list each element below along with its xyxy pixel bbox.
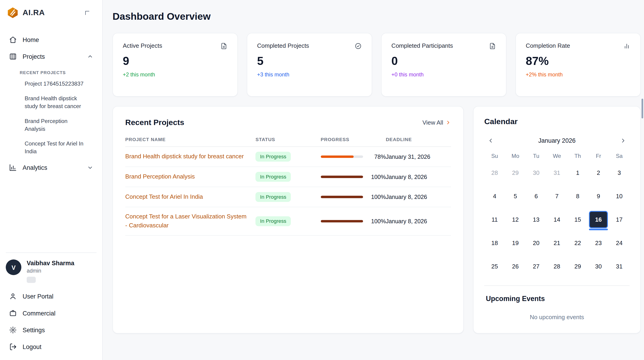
view-all-link[interactable]: View All [422,119,451,126]
sidebar-item-user-portal[interactable]: User Portal [5,288,98,304]
sidebar-item-analytics[interactable]: Analytics [5,159,98,176]
logo-row: AI.RA [0,0,102,23]
main-content: Dashboard Overview Active Projects 9 +2 … [103,0,644,360]
calendar-day[interactable]: 28 [484,161,505,184]
progress-bar [320,175,363,178]
calendar-day[interactable]: 21 [546,231,568,254]
user-icon [9,292,17,300]
calendar-day[interactable]: 10 [609,184,630,208]
calendar-day[interactable]: 23 [588,231,609,254]
calendar-day[interactable]: 18 [484,231,505,254]
column-header-project-name: PROJECT NAME [125,137,256,142]
calendar-day[interactable]: 29 [567,254,588,278]
brand-logo-icon [7,7,19,19]
sidebar: AI.RA Home Projects RECENT [0,0,103,360]
document-icon [489,43,496,50]
stat-label: Completion Rate [526,43,570,49]
project-name-link[interactable]: Brand Health dipstick study for breast c… [125,152,252,161]
sidebar-item-logout[interactable]: Logout [5,338,98,355]
sidebar-recent-project-item[interactable]: Project 1764515223837 [5,76,98,91]
calendar-day[interactable]: 6 [526,184,546,208]
calendar-day[interactable]: 26 [505,254,526,278]
calendar-day[interactable]: 16 [588,208,609,231]
calendar-day[interactable]: 30 [588,254,609,278]
calendar-day[interactable]: 1 [567,161,588,184]
gear-icon [9,326,17,334]
calendar-day[interactable]: 3 [609,161,630,184]
sidebar-item-projects[interactable]: Projects [5,48,98,65]
sidebar-collapse-icon[interactable] [84,10,90,15]
calendar-day[interactable]: 14 [546,208,568,231]
sidebar-recent-project-item[interactable]: Concept Test for Ariel In India [5,136,98,159]
stat-label: Completed Projects [257,43,309,49]
user-name: Vaibhav Sharma [26,260,74,266]
user-role: admin [26,268,74,274]
calendar-day[interactable]: 15 [567,208,588,231]
view-all-label: View All [422,119,443,126]
scrollbar-thumb[interactable] [642,99,643,118]
project-name-link[interactable]: Concept Test for Ariel In India [125,193,211,202]
chevron-down-icon [87,164,93,171]
document-icon [220,43,228,50]
table-header: PROJECT NAME STATUS PROGRESS DEADLINE [125,137,451,147]
column-header-progress: PROGRESS [320,137,386,142]
project-name-link[interactable]: Brand Perception Analysis [125,172,203,181]
calendar-day[interactable]: 31 [546,161,568,184]
calendar-day[interactable]: 28 [546,254,568,278]
calendar-day[interactable]: 4 [484,184,505,208]
app-window: AI.RA Home Projects RECENT [0,0,644,360]
content-grid: Recent Projects View All PROJECT NAME ST… [112,106,641,333]
sidebar-item-commercial[interactable]: Commercial [5,305,98,321]
calendar-day[interactable]: 13 [526,208,546,231]
analytics-icon [9,163,17,171]
stats-row: Active Projects 9 +2 this month Complete… [112,33,641,97]
next-month-button[interactable] [620,137,626,144]
calendar-day[interactable]: 9 [588,184,609,208]
sidebar-footer-nav: User Portal Commercial Settings Logout [0,287,102,360]
calendar-day[interactable]: 2 [588,161,609,184]
deadline: January 31, 2026 [386,153,451,160]
calendar-nav: January 2026 [484,137,630,144]
calendar-day[interactable]: 19 [505,231,526,254]
chevron-up-icon [87,54,93,60]
project-name-link[interactable]: Concept Test for a Laser Visualization S… [125,212,256,230]
calendar-day[interactable]: 29 [505,161,526,184]
nav-label: Home [23,36,39,43]
stat-value: 87% [526,55,630,68]
prev-month-button[interactable] [488,137,494,144]
calendar-day[interactable]: 17 [609,208,630,231]
calendar-day[interactable]: 22 [567,231,588,254]
calendar-day[interactable]: 31 [609,254,630,278]
calendar-day[interactable]: 7 [546,184,568,208]
calendar-day[interactable]: 27 [526,254,546,278]
nav-label: Settings [23,326,45,333]
calendar-day[interactable]: 5 [505,184,526,208]
recent-projects-panel: Recent Projects View All PROJECT NAME ST… [112,106,464,333]
home-icon [9,36,17,44]
sidebar-item-settings[interactable]: Settings [5,321,98,338]
calendar-day[interactable]: 20 [526,231,546,254]
status-badge: In Progress [256,172,291,182]
calendar-weekdays: SuMoTuWeThFrSa [484,153,630,159]
calendar-day[interactable]: 12 [505,208,526,231]
stat-card-active-projects: Active Projects 9 +2 this month [112,33,238,97]
weekday-label: We [546,153,568,159]
stat-value: 0 [392,55,496,68]
calendar-day[interactable]: 30 [526,161,546,184]
calendar-day[interactable]: 8 [567,184,588,208]
calendar-day[interactable]: 25 [484,254,505,278]
sidebar-recent-projects: Project 1764515223837Brand Health dipsti… [5,76,98,159]
project-row: Concept Test for Ariel In IndiaIn Progre… [125,187,451,207]
calendar-day[interactable]: 24 [609,231,630,254]
calendar-day[interactable]: 11 [484,208,505,231]
calendar-grid: 2829303112345678910111213141516171819202… [484,161,630,278]
stat-card-completed-participants: Completed Participants 0 +0 this month [381,33,506,97]
nav-label: Logout [23,343,42,350]
sidebar-recent-project-item[interactable]: Brand Health dipstick study for breast c… [5,91,98,114]
sidebar-recent-project-item[interactable]: Brand Perception Analysis [5,114,98,136]
briefcase-icon [9,309,17,317]
sidebar-item-home[interactable]: Home [5,31,98,48]
weekday-label: Sa [609,153,630,159]
weekday-label: Th [567,153,588,159]
nav-label: User Portal [23,293,54,300]
